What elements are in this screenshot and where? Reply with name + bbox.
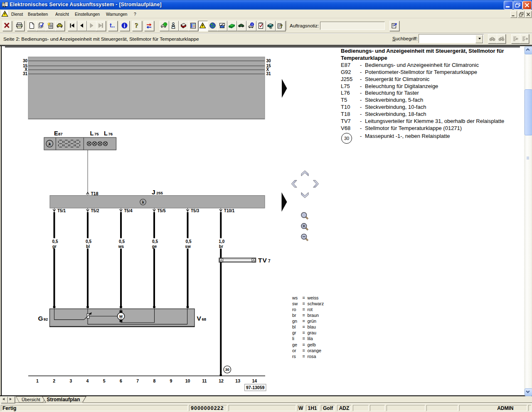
svg-text:M: M [119,314,123,319]
svg-text:12: 12 [219,378,224,383]
svg-text:31: 31 [266,71,271,76]
svg-text:11: 11 [202,378,207,383]
svg-text:7: 7 [136,378,139,383]
svg-text:br: br [219,244,223,249]
svg-text:0,5: 0,5 [52,239,58,244]
svg-text:T18: T18 [91,191,98,196]
svg-text:87: 87 [58,132,63,136]
svg-text:30: 30 [23,59,28,63]
svg-text:T5/5: T5/5 [158,208,166,213]
svg-text:3: 3 [69,378,72,383]
svg-text:97-13059: 97-13059 [246,385,265,390]
svg-text:gr: gr [52,244,57,249]
svg-text:ws: ws [118,244,124,249]
svg-text:31: 31 [23,71,28,76]
svg-text:k: k [142,200,144,204]
svg-text:76: 76 [108,132,113,136]
svg-text:T5/4: T5/4 [124,208,133,213]
svg-text:sw: sw [185,244,191,249]
svg-text:bl: bl [86,244,90,249]
svg-text:8: 8 [153,378,155,383]
svg-text:30: 30 [225,368,229,372]
svg-text:14: 14 [252,378,257,383]
svg-text:T5/3: T5/3 [191,208,199,213]
svg-text:68: 68 [202,317,207,321]
svg-text:0,5: 0,5 [119,239,125,244]
svg-text:V: V [197,315,201,322]
svg-text:T5/1: T5/1 [57,208,66,213]
svg-text:2: 2 [53,378,55,383]
svg-text:30: 30 [266,59,271,63]
svg-text:75: 75 [94,132,99,136]
svg-text:Stromlaufplan: Stromlaufplan [47,397,80,402]
svg-text:255: 255 [156,191,163,195]
svg-text:7: 7 [268,259,271,263]
svg-text:G: G [38,315,43,322]
svg-text:1: 1 [36,378,39,383]
svg-text:T10/1: T10/1 [224,208,235,213]
svg-text:0,5: 0,5 [86,239,91,244]
svg-text:T5/2: T5/2 [91,208,99,213]
svg-text:13: 13 [235,378,240,383]
svg-text:10: 10 [185,378,190,383]
svg-text:0,5: 0,5 [186,239,192,244]
svg-text:ge: ge [152,244,157,249]
svg-text:L: L [90,130,94,137]
svg-text:5: 5 [103,378,106,383]
svg-text:J: J [152,189,155,196]
svg-text:4: 4 [86,378,89,383]
svg-text:0,5: 0,5 [152,239,158,244]
svg-text:9: 9 [170,378,172,383]
svg-text:6: 6 [120,378,122,383]
svg-text:k: k [49,142,51,146]
svg-text:E: E [54,130,58,137]
svg-text:1,0: 1,0 [219,239,224,244]
svg-text:L: L [104,130,108,137]
svg-text:Übersicht: Übersicht [22,397,40,402]
svg-text:92: 92 [44,317,48,321]
svg-text:TV: TV [258,257,267,264]
